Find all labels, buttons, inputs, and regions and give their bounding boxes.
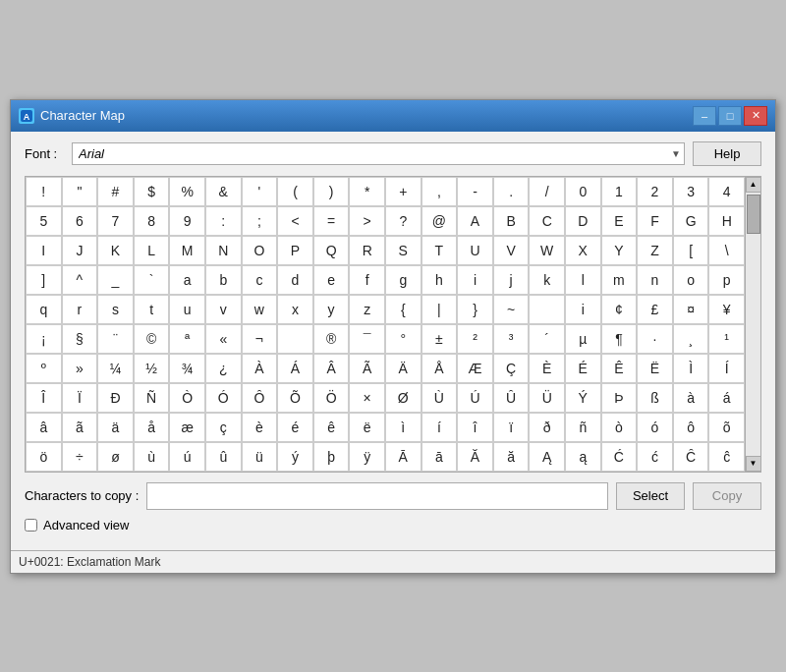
char-cell[interactable]: Æ bbox=[457, 354, 493, 383]
char-cell[interactable]: Ë bbox=[637, 354, 673, 383]
char-cell[interactable]: Ĉ bbox=[673, 442, 709, 472]
char-cell[interactable]: v bbox=[205, 295, 242, 324]
char-cell[interactable]: ø bbox=[97, 442, 134, 472]
char-cell[interactable]: ¨ bbox=[97, 324, 134, 354]
char-cell[interactable]: A bbox=[457, 206, 493, 236]
char-cell[interactable]: ï bbox=[493, 413, 530, 442]
char-cell[interactable]: t bbox=[134, 295, 170, 324]
char-cell[interactable]: ) bbox=[313, 177, 350, 206]
char-cell[interactable]: Ê bbox=[601, 354, 638, 383]
char-cell[interactable]: V bbox=[493, 236, 530, 265]
char-cell[interactable]: ÷ bbox=[62, 442, 98, 472]
char-cell[interactable]: Â bbox=[313, 354, 350, 383]
char-cell[interactable]: ù bbox=[134, 442, 170, 472]
char-cell[interactable]: ¡ bbox=[26, 324, 62, 354]
char-cell[interactable]: ë bbox=[349, 413, 385, 442]
char-cell[interactable]: ä bbox=[97, 413, 134, 442]
char-cell[interactable]: ª bbox=[169, 324, 205, 354]
char-cell[interactable]: l bbox=[565, 265, 601, 295]
char-cell[interactable]: Ä bbox=[385, 354, 421, 383]
char-cell[interactable]: ® bbox=[313, 324, 350, 354]
char-cell[interactable]: - bbox=[457, 177, 493, 206]
char-cell[interactable]: } bbox=[457, 295, 493, 324]
char-cell[interactable]: < bbox=[277, 206, 313, 236]
char-cell[interactable]: . bbox=[493, 177, 530, 206]
char-cell[interactable]: õ bbox=[708, 413, 745, 442]
char-cell[interactable]: â bbox=[26, 413, 62, 442]
char-cell[interactable]: P bbox=[277, 236, 313, 265]
char-cell[interactable]: w bbox=[242, 295, 278, 324]
help-button[interactable]: Help bbox=[693, 141, 761, 166]
char-cell[interactable]: Q bbox=[313, 236, 350, 265]
char-cell[interactable]: ñ bbox=[565, 413, 601, 442]
char-cell[interactable]: ß bbox=[637, 383, 673, 413]
char-cell[interactable]: à bbox=[673, 383, 709, 413]
char-cell[interactable]: Î bbox=[26, 383, 62, 413]
char-cell[interactable]: ? bbox=[385, 206, 421, 236]
char-cell[interactable]: / bbox=[529, 177, 565, 206]
char-cell[interactable]: 0 bbox=[565, 177, 601, 206]
char-cell[interactable]: ^ bbox=[62, 265, 98, 295]
char-cell[interactable]: ± bbox=[421, 324, 458, 354]
char-cell[interactable]: Z bbox=[637, 236, 673, 265]
char-cell[interactable]: 7 bbox=[97, 206, 134, 236]
char-cell[interactable]: u bbox=[169, 295, 205, 324]
maximize-button[interactable]: □ bbox=[718, 106, 742, 126]
char-cell[interactable]: ² bbox=[457, 324, 493, 354]
char-cell[interactable]: » bbox=[62, 354, 98, 383]
char-cell[interactable]: ` bbox=[134, 265, 170, 295]
char-cell[interactable]: 8 bbox=[134, 206, 170, 236]
char-cell[interactable]: * bbox=[349, 177, 385, 206]
char-cell[interactable]: ¿ bbox=[205, 354, 242, 383]
char-cell[interactable]: ÿ bbox=[349, 442, 385, 472]
char-cell[interactable]: { bbox=[385, 295, 421, 324]
char-cell[interactable]: ] bbox=[26, 265, 62, 295]
char-cell[interactable]: _ bbox=[97, 265, 134, 295]
char-cell[interactable]: ą bbox=[565, 442, 601, 472]
char-cell[interactable]: Ă bbox=[457, 442, 493, 472]
char-cell[interactable]: C bbox=[529, 206, 565, 236]
char-cell[interactable]: ½ bbox=[134, 354, 170, 383]
char-cell[interactable]: 6 bbox=[62, 206, 98, 236]
char-cell[interactable]: Þ bbox=[601, 383, 638, 413]
char-cell[interactable]: Y bbox=[601, 236, 638, 265]
char-cell[interactable]: ¹ bbox=[708, 324, 745, 354]
char-cell[interactable]: N bbox=[205, 236, 242, 265]
char-cell[interactable]: z bbox=[349, 295, 385, 324]
char-cell[interactable]: ð bbox=[529, 413, 565, 442]
char-cell[interactable]: ; bbox=[242, 206, 278, 236]
char-cell[interactable]: i bbox=[457, 265, 493, 295]
char-cell[interactable]: © bbox=[134, 324, 170, 354]
char-cell[interactable]: 9 bbox=[169, 206, 205, 236]
char-cell[interactable]: ã bbox=[62, 413, 98, 442]
char-cell[interactable]: ā bbox=[421, 442, 458, 472]
char-cell[interactable]: ´ bbox=[529, 324, 565, 354]
char-cell[interactable]: æ bbox=[169, 413, 205, 442]
char-cell[interactable]: e bbox=[313, 265, 350, 295]
char-cell[interactable]: Ô bbox=[242, 383, 278, 413]
char-cell[interactable]: Ö bbox=[313, 383, 350, 413]
char-cell[interactable]: ý bbox=[277, 442, 313, 472]
char-cell[interactable]: Á bbox=[277, 354, 313, 383]
char-cell[interactable]: y bbox=[313, 295, 350, 324]
char-cell[interactable]: Å bbox=[421, 354, 458, 383]
char-cell[interactable]: ¸ bbox=[673, 324, 709, 354]
char-cell[interactable]: i bbox=[565, 295, 601, 324]
char-cell[interactable]: ¥ bbox=[708, 295, 745, 324]
char-cell[interactable]: þ bbox=[313, 442, 350, 472]
char-cell[interactable]: o bbox=[673, 265, 709, 295]
char-cell[interactable]: b bbox=[205, 265, 242, 295]
char-cell[interactable]: k bbox=[529, 265, 565, 295]
char-cell[interactable]: ì bbox=[385, 413, 421, 442]
char-cell[interactable]: È bbox=[529, 354, 565, 383]
char-cell[interactable]: # bbox=[97, 177, 134, 206]
char-cell[interactable]: ¬ bbox=[242, 324, 278, 354]
char-cell[interactable]: F bbox=[637, 206, 673, 236]
char-cell[interactable]: H bbox=[708, 206, 745, 236]
advanced-view-label[interactable]: Advanced view bbox=[43, 518, 129, 532]
char-cell[interactable]: £ bbox=[637, 295, 673, 324]
font-select[interactable]: Arial Times New Roman Courier New Verdan… bbox=[72, 142, 685, 165]
char-cell[interactable]: E bbox=[601, 206, 638, 236]
char-cell[interactable]: f bbox=[349, 265, 385, 295]
char-cell[interactable]: ° bbox=[385, 324, 421, 354]
